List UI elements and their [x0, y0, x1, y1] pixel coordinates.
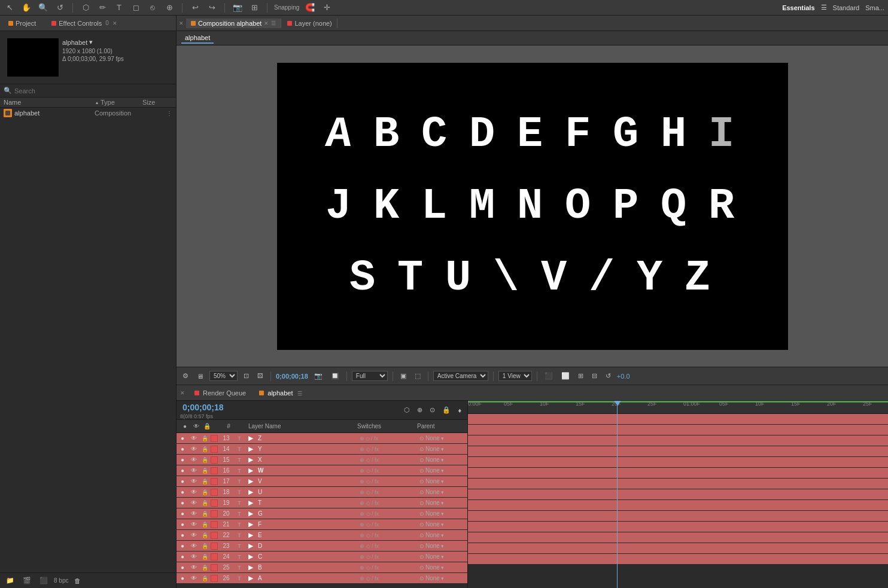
render-toggle-btn[interactable]: ⬛	[542, 371, 555, 381]
current-time-display[interactable]: 0;00;00;18	[180, 401, 226, 413]
timeline-ruler[interactable]: 0:00F 05F 10F 15F 20F 25F 01:00F 05F 10F…	[468, 401, 888, 414]
tick-5f: 05F	[504, 401, 513, 407]
parent-13[interactable]: ⊙ None ▾	[419, 435, 467, 441]
viewer-canvas: A B C D E F G H I J K	[177, 45, 888, 367]
new-solid-btn[interactable]: ⬛	[37, 575, 50, 586]
workspace-menu-icon[interactable]: ☰	[821, 4, 827, 11]
text-tool[interactable]: T	[113, 2, 125, 14]
zoom-tool[interactable]: 🔍	[37, 2, 49, 14]
lock-layers-btn[interactable]: 🔒	[440, 405, 453, 415]
pi-16: ⊙	[419, 468, 424, 474]
new-comp-btn[interactable]: 🎬	[20, 575, 34, 586]
sep2	[182, 3, 183, 13]
zoom-fit-btn[interactable]: ⊡	[241, 371, 251, 381]
transparency-btn[interactable]: ⬚	[412, 371, 423, 381]
search-icon: 🔍	[4, 87, 12, 95]
tab-render-queue[interactable]: Render Queue	[191, 388, 250, 398]
expand-13[interactable]: ▶	[245, 435, 257, 441]
grid-overlay-btn[interactable]: ⊟	[589, 371, 600, 381]
active-camera-select[interactable]: Active Camera	[433, 371, 488, 381]
new-folder-btn[interactable]: 📁	[4, 575, 17, 586]
region-btn[interactable]: ▣	[398, 371, 409, 381]
workspace-essentials[interactable]: Essentials	[782, 4, 814, 11]
undo-btn[interactable]: ↩	[189, 2, 201, 14]
project-info: alphabet ▾ 1920 x 1080 (1.00) Δ 0;00;03;…	[62, 35, 129, 80]
tick-25f: 25F	[647, 401, 657, 407]
viewer-display-btn[interactable]: 🖥	[194, 371, 206, 381]
workspace-more[interactable]: Sma...	[865, 4, 884, 11]
file-options-icon[interactable]: ⋮	[166, 110, 172, 117]
layer-controls: 0;00;00;18 8(0/8 0:57 fps ⬡ ⊕ ⊙ 🔒 ♦	[177, 401, 467, 420]
puppet-tool[interactable]: ⊕	[163, 2, 175, 14]
canvas-btn[interactable]: ⬜	[559, 371, 572, 381]
search-bar: 🔍	[0, 84, 176, 98]
redo-btn[interactable]: ↪	[206, 2, 218, 14]
comp-duration: Δ 0;00;03;00, 29.97 fps	[62, 56, 124, 62]
crosshair-btn[interactable]: ✛	[321, 2, 333, 14]
comp-markers-btn[interactable]: ⬡	[402, 405, 412, 415]
list-item-alphabet[interactable]: alphabet Composition ⋮	[0, 108, 176, 118]
rotate-tool[interactable]: ↺	[54, 2, 66, 14]
parent-expand-13[interactable]: ▾	[441, 435, 444, 441]
solo-btn[interactable]: ⊙	[427, 405, 437, 415]
tab-comp-timeline[interactable]: alphabet ☰	[256, 388, 305, 398]
viewer-settings-btn[interactable]: ⚙	[180, 371, 191, 381]
pi-17: ⊙	[419, 479, 424, 485]
tab-comp-alphabet[interactable]: Composition alphabet ✕ ☰	[186, 19, 281, 28]
char-d: D	[464, 105, 506, 164]
num-13: 13	[218, 435, 234, 441]
char-m: M	[464, 176, 506, 236]
shape-tool[interactable]: ◻	[130, 2, 142, 14]
layout-btn[interactable]: ⊞	[576, 371, 586, 381]
comp-panel-close[interactable]: ✕	[179, 20, 184, 26]
pen-tool[interactable]: ✏	[96, 2, 108, 14]
table-row: ● 👁 🔒 22 T ▶ E ⊕ ◇ / fx ⊙None▾	[177, 530, 467, 541]
workspace-standard[interactable]: Standard	[833, 4, 860, 11]
solo-13[interactable]: ●	[177, 435, 188, 441]
char-i-partial: I	[703, 105, 745, 164]
tab-layer-none[interactable]: Layer (none)	[282, 19, 337, 28]
comp-timeline-menu[interactable]: ☰	[297, 391, 302, 397]
magnet-btn[interactable]: 🧲	[304, 2, 316, 14]
refresh-btn[interactable]: ↺	[603, 371, 613, 381]
selection-tool[interactable]: ⬡	[80, 2, 92, 14]
pixel-preview-btn[interactable]: ⚄	[255, 371, 266, 381]
show-snapshot-btn[interactable]: 🔲	[329, 371, 342, 381]
lh-num: #	[221, 423, 236, 429]
markers-btn[interactable]: ♦	[455, 405, 464, 415]
delete-btn[interactable]: 🗑	[72, 576, 83, 586]
comp-dropdown-icon[interactable]: ▾	[89, 38, 93, 46]
hand-tool[interactable]: ✋	[20, 2, 32, 14]
viewer-tab-alphabet[interactable]: alphabet	[181, 33, 214, 44]
left-panel-tabs: Project Effect Controls 0 ✕	[0, 16, 176, 31]
motion-blur-btn[interactable]: ⊕	[415, 405, 425, 415]
layer-list: ● 👁 🔒 13 T ▶ Z ⊕ ◇	[177, 433, 467, 588]
grid-btn[interactable]: ⊞	[248, 2, 260, 14]
close-timeline-btn[interactable]: ✕	[180, 390, 185, 396]
file-name-alphabet: alphabet	[14, 109, 95, 117]
tab-effect-controls[interactable]: Effect Controls 0 ✕	[47, 19, 122, 28]
pi-18: ⊙	[419, 489, 424, 495]
zoom-select[interactable]: 50%	[209, 371, 238, 381]
sw-21: ⊕ ◇ / fx	[360, 522, 379, 528]
lh-parent: Parent	[417, 423, 465, 429]
vis-13[interactable]: 👁	[188, 435, 199, 441]
bpc-label: 8 bpc	[54, 577, 68, 584]
view-count-select[interactable]: 1 View	[498, 371, 532, 381]
camera-btn[interactable]: 📷	[232, 2, 244, 14]
pi-19: ⊙	[419, 500, 424, 506]
comp-tab-close-alphabet[interactable]: ✕	[264, 20, 269, 26]
arrow-tool[interactable]: ↖	[4, 2, 16, 14]
clone-tool[interactable]: ⎋	[147, 2, 159, 14]
char-w: V	[536, 248, 577, 308]
quality-select[interactable]: FullHalfThirdQuarter	[352, 371, 388, 381]
effect-tab-close[interactable]: ✕	[112, 20, 117, 26]
tab-project[interactable]: Project	[4, 19, 41, 28]
comp-tab-menu[interactable]: ☰	[271, 20, 276, 26]
viewer-time[interactable]: 0;00;00;18	[276, 373, 308, 380]
lock-13[interactable]: 🔒	[199, 435, 210, 441]
snapshot-btn[interactable]: 📷	[312, 371, 325, 381]
sw-23: ⊕ ◇ / fx	[360, 543, 379, 549]
search-input[interactable]	[14, 87, 172, 95]
project-preview-canvas	[7, 38, 59, 77]
